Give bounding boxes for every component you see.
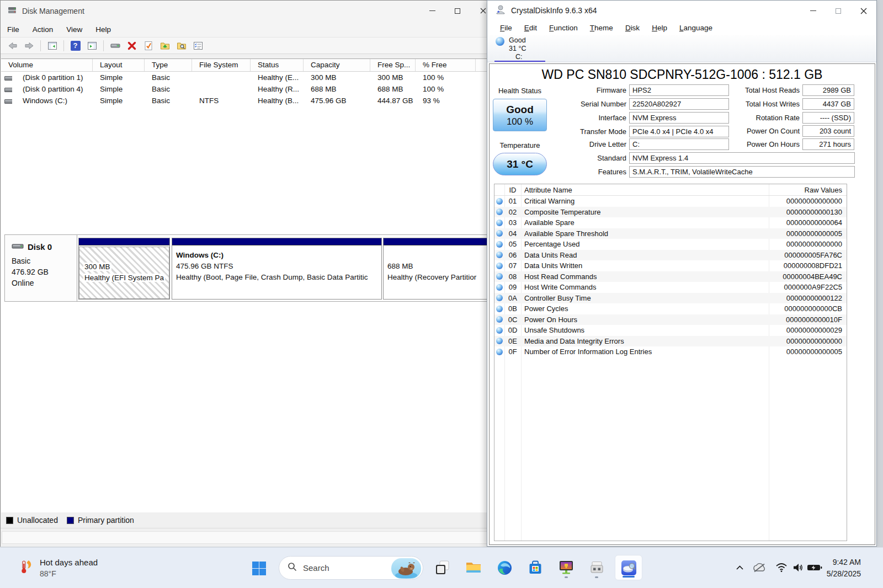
smart-row[interactable]: 02Composite Temperature00000000000130 [494,207,847,218]
col-pct-free[interactable]: % Free [416,59,476,71]
forward-icon[interactable] [22,39,36,52]
action-pane-icon[interactable] [84,39,99,52]
cdi-menu-edit[interactable]: Edit [519,23,542,33]
file-explorer-button[interactable] [461,555,486,580]
check-document-icon[interactable] [141,39,156,52]
microsoft-store-button[interactable] [523,555,548,580]
dm-minimize-button[interactable] [419,1,445,21]
smart-row[interactable]: 0DUnsafe Shutdowns00000000000029 [494,325,847,336]
cdi-menu-theme[interactable]: Theme [585,23,618,33]
windows-logo-icon [252,561,267,576]
smart-row[interactable]: 0BPower Cycles000000000000CB [494,303,847,314]
dm-titlebar[interactable]: Disk Management [1,1,496,22]
retro-game-app-icon [558,559,575,576]
volume-row[interactable]: Windows (C:) Simple Basic NTFS Healthy (… [1,95,496,106]
disk0-label-panel[interactable]: Disk 0 Basic 476.92 GB Online [5,235,77,301]
cdi-minimize-button[interactable] [800,1,826,21]
cdi-menu-disk[interactable]: Disk [620,23,645,33]
microsoft-store-icon [528,560,543,575]
tab-active-indicator [494,61,545,62]
dm-menu-help[interactable]: Help [95,25,111,34]
col-type[interactable]: Type [145,59,192,71]
cdi-menu-file[interactable]: File [495,23,517,33]
imaging-tool-button[interactable] [584,555,609,580]
dm-bottom-scrollbar[interactable] [1,528,496,547]
dm-menu-file[interactable]: File [7,25,19,34]
smart-row[interactable]: 01Critical Warning00000000000000 [494,196,847,207]
weather-widget[interactable]: Hot days ahead 88°F [13,552,103,584]
smart-row[interactable]: 0FNumber of Error Information Log Entrie… [494,346,847,357]
smart-status-orb-icon [496,263,503,269]
folder-up-icon[interactable] [157,39,172,52]
dm-maximize-button[interactable] [445,1,470,21]
help-icon[interactable] [68,39,83,52]
smart-row[interactable]: 0AController Busy Time00000000000122 [494,293,847,304]
smart-row[interactable]: 05Percentage Used00000000000000 [494,239,847,250]
col-layout[interactable]: Layout [93,59,145,71]
device-properties-icon[interactable] [108,39,123,52]
game-app-button[interactable] [554,555,579,580]
cdi-maximize-button[interactable] [826,1,851,21]
smart-row[interactable]: 03Available Spare00000000000064 [494,217,847,228]
cdi-menu-language[interactable]: Language [674,23,717,33]
smart-row[interactable]: 04Available Spare Threshold0000000000000… [494,228,847,239]
smart-status-orb-icon [496,295,503,301]
col-volume[interactable]: Volume [1,59,93,71]
console-tree-icon[interactable] [45,39,60,52]
legend-unallocated: Unallocated [6,516,58,525]
tray-chevron-icon[interactable] [732,560,747,575]
search-daily-image-otter [391,558,421,579]
crystaldiskinfo-app-icon [495,4,506,17]
crystaldiskinfo-taskbar-button[interactable] [615,555,642,580]
running-indicator [565,576,568,578]
smart-status-orb-icon [496,241,503,248]
col-status[interactable]: Status [251,59,304,71]
tray-clock[interactable]: 9:42 AM 5/28/2025 [827,557,861,580]
disk0-status: Online [12,277,77,288]
smart-row[interactable]: 08Host Read Commands00000004BEA49C [494,271,847,282]
disk-health-orb-icon [496,37,504,46]
onedrive-paused-icon[interactable] [752,560,767,575]
partition-recovery[interactable]: 688 MB Healthy (Recovery Partitior [383,238,493,300]
partition-efi[interactable]: 300 MB Healthy (EFI System Pa [78,238,170,300]
col-free-space[interactable]: Free Sp... [370,59,416,71]
battery-charging-icon[interactable] [807,560,822,575]
smart-row[interactable]: 06Data Units Read000000005FA76C [494,250,847,261]
smart-status-orb-icon [496,273,503,280]
smart-status-orb-icon [496,230,503,237]
col-file-system[interactable]: File System [192,59,251,71]
edge-button[interactable] [492,555,517,580]
toolbar-separator [40,40,41,51]
smart-row[interactable]: 07Data Units Written000000008DFD21 [494,260,847,271]
search-box[interactable]: Search [279,556,423,580]
cdi-close-button[interactable] [851,1,876,21]
disk-tab-c[interactable]: Good 31 °C C: [494,35,545,62]
health-status-button[interactable]: Good 100 % [493,99,547,131]
cdi-menu-function[interactable]: Function [544,23,583,33]
col-capacity[interactable]: Capacity [304,59,370,71]
partition-windows-c[interactable]: Windows (C:) 475.96 GB NTFS Healthy (Boo… [172,238,382,300]
wifi-icon[interactable] [774,560,789,575]
cdi-menu-help[interactable]: Help [647,23,672,33]
smart-row[interactable]: 0CPower On Hours0000000000010F [494,314,847,325]
volume-row[interactable]: (Disk 0 partition 4) Simple Basic Health… [1,83,496,95]
smart-row[interactable]: 09Host Write Commands0000000A9F22C5 [494,282,847,293]
field-total-host-reads: Total Host Reads2989 GB [727,84,875,97]
folder-search-icon[interactable] [174,39,189,52]
volume-icon[interactable] [790,560,806,575]
volume-row[interactable]: (Disk 0 partition 1) Simple Basic Health… [1,72,496,83]
dm-menu-view[interactable]: View [66,25,82,34]
smart-row[interactable]: 0EMedia and Data Integrity Errors0000000… [494,336,847,347]
checklist-icon[interactable] [190,39,205,52]
back-icon[interactable] [5,39,20,52]
imaging-tool-icon [589,560,605,576]
task-view-icon [435,560,450,575]
cdi-titlebar[interactable]: CrystalDiskInfo 9.6.3 x64 [487,1,876,20]
task-view-button[interactable] [430,555,455,580]
delete-icon[interactable] [124,39,139,52]
dm-menu-action[interactable]: Action [33,25,54,34]
health-status-value: Good [493,104,546,116]
drive-title: WD PC SN810 SDCPNRY-512G-1006 : 512.1 GB [490,67,875,82]
temperature-button[interactable]: 31 °C [493,153,547,175]
start-button[interactable] [246,555,272,581]
